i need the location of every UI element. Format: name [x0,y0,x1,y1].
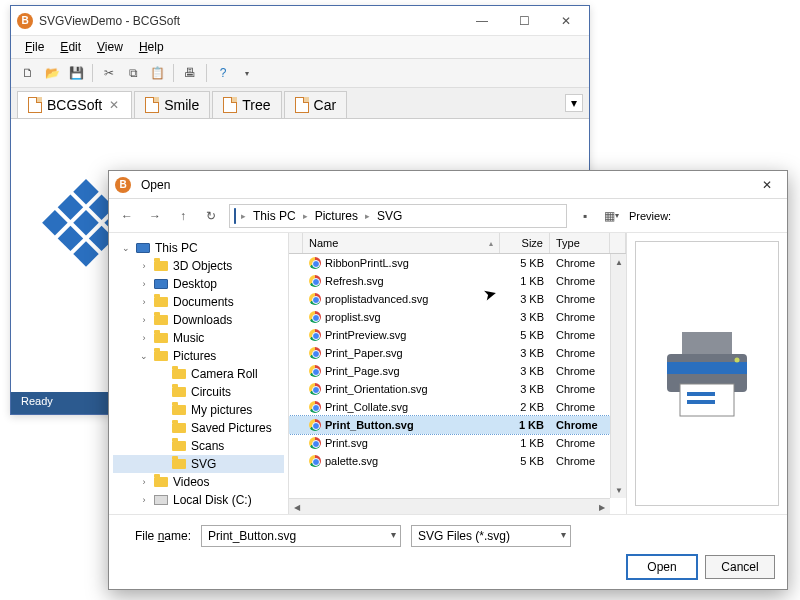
tree-item-circuits[interactable]: Circuits [113,383,284,401]
chrome-icon [309,455,321,467]
folder-icon [171,457,187,471]
new-icon[interactable]: 🗋 [17,62,39,84]
file-name: Print.svg [325,437,368,449]
tree-item-my-pictures[interactable]: My pictures [113,401,284,419]
tree-item-3d-objects[interactable]: ›3D Objects [113,257,284,275]
tab-overflow-button[interactable]: ▾ [565,94,583,112]
file-row[interactable]: PrintPreview.svg5 KBChrome [289,326,626,344]
nav-back-icon[interactable]: ← [117,206,137,226]
tree-toggle-icon[interactable]: › [139,333,149,343]
dropdown-icon[interactable]: ▾ [236,62,258,84]
nav-refresh-icon[interactable]: ↻ [201,206,221,226]
scroll-up-icon[interactable]: ▲ [611,254,626,270]
file-row[interactable]: Print_Orientation.svg3 KBChrome [289,380,626,398]
tree-item-pictures[interactable]: ⌄Pictures [113,347,284,365]
breadcrumb-item[interactable]: This PC [251,209,298,223]
tree-item-svg[interactable]: SVG [113,455,284,473]
filename-combo[interactable]: Print_Button.svg [201,525,401,547]
dialog-close-button[interactable]: ✕ [753,178,781,192]
menu-edit[interactable]: Edit [54,38,87,56]
help-icon[interactable]: ? [212,62,234,84]
tab-close-icon[interactable]: ✕ [107,98,121,112]
tab-car[interactable]: Car [284,91,348,118]
filter-combo[interactable]: SVG Files (*.svg) [411,525,571,547]
svg-point-15 [735,357,740,362]
maximize-button[interactable]: ☐ [507,9,541,33]
menu-view[interactable]: View [91,38,129,56]
tree-toggle-icon[interactable]: › [139,315,149,325]
chrome-icon [309,329,321,341]
tree-toggle-icon[interactable]: ⌄ [139,351,149,361]
tree-toggle-icon[interactable]: › [139,279,149,289]
tree-toggle-icon[interactable]: › [139,261,149,271]
nav-forward-icon[interactable]: → [145,206,165,226]
tree-item-this-pc[interactable]: ⌄This PC [113,239,284,257]
cut-icon[interactable]: ✂ [98,62,120,84]
minimize-button[interactable]: — [465,9,499,33]
tree-item-music[interactable]: ›Music [113,329,284,347]
file-row[interactable]: Print_Paper.svg3 KBChrome [289,344,626,362]
open-button[interactable]: Open [627,555,697,579]
tab-bcgsoft[interactable]: BCGSoft✕ [17,91,132,118]
tree-item-camera-roll[interactable]: Camera Roll [113,365,284,383]
file-row[interactable]: proplist.svg3 KBChrome [289,308,626,326]
folder-icon [153,259,169,273]
tree-item-saved-pictures[interactable]: Saved Pictures [113,419,284,437]
tree-label: Scans [191,439,224,453]
nav-up-icon[interactable]: ↑ [173,206,193,226]
column-size[interactable]: Size [500,233,550,253]
breadcrumb[interactable]: ▸ This PC ▸ Pictures ▸ SVG [229,204,567,228]
vertical-scrollbar[interactable]: ▲ ▼ [610,254,626,498]
tab-tree[interactable]: Tree [212,91,281,118]
cancel-button[interactable]: Cancel [705,555,775,579]
column-name[interactable]: Name ▴ [303,233,500,253]
tree-toggle-icon[interactable]: › [139,477,149,487]
dialog-navbar: ← → ↑ ↻ ▸ This PC ▸ Pictures ▸ SVG ▪ ▦▾ … [109,199,787,233]
scroll-right-icon[interactable]: ▶ [594,499,610,514]
file-name: Print_Paper.svg [325,347,403,359]
file-type: Chrome [550,383,610,395]
close-button[interactable]: ✕ [549,9,583,33]
tree-toggle-icon[interactable]: ⌄ [121,243,131,253]
file-row[interactable]: proplistadvanced.svg3 KBChrome [289,290,626,308]
file-row[interactable]: Print.svg1 KBChrome [289,434,626,452]
print-icon[interactable]: 🖶 [179,62,201,84]
menu-help[interactable]: Help [133,38,170,56]
menu-file[interactable]: File [19,38,50,56]
breadcrumb-item[interactable]: SVG [375,209,404,223]
tree-item-desktop[interactable]: ›Desktop [113,275,284,293]
file-row[interactable]: palette.svg5 KBChrome [289,452,626,470]
file-row[interactable]: Refresh.svg1 KBChrome [289,272,626,290]
tree-toggle-icon[interactable]: › [139,297,149,307]
scroll-left-icon[interactable]: ◀ [289,499,305,514]
paste-icon[interactable]: 📋 [146,62,168,84]
column-type[interactable]: Type [550,233,610,253]
filename-label: File name: [121,529,191,543]
copy-icon[interactable]: ⧉ [122,62,144,84]
breadcrumb-item[interactable]: Pictures [313,209,360,223]
svg-rect-6 [42,210,67,235]
tree-item-scans[interactable]: Scans [113,437,284,455]
svg-rect-11 [667,362,747,374]
view-list-icon[interactable]: ▦▾ [601,206,621,226]
file-row[interactable]: Print_Button.svg1 KBChrome [289,416,626,434]
tree-label: Saved Pictures [191,421,272,435]
document-icon [145,97,159,113]
file-row[interactable]: RibbonPrintL.svg5 KBChrome [289,254,626,272]
view-folder-icon[interactable]: ▪ [575,206,595,226]
tree-item-videos[interactable]: ›Videos [113,473,284,491]
tree-toggle-icon[interactable]: › [139,495,149,505]
scroll-down-icon[interactable]: ▼ [611,482,626,498]
tab-smile[interactable]: Smile [134,91,210,118]
tree-item-documents[interactable]: ›Documents [113,293,284,311]
save-icon[interactable]: 💾 [65,62,87,84]
horizontal-scrollbar[interactable]: ◀ ▶ [289,498,610,514]
folder-tree[interactable]: ⌄This PC›3D Objects›Desktop›Documents›Do… [109,233,289,514]
file-row[interactable]: Print_Page.svg3 KBChrome [289,362,626,380]
tree-item-downloads[interactable]: ›Downloads [113,311,284,329]
tree-item-local-disk-c-[interactable]: ›Local Disk (C:) [113,491,284,509]
open-icon[interactable]: 📂 [41,62,63,84]
file-row[interactable]: Print_Collate.svg2 KBChrome [289,398,626,416]
svg-rect-14 [687,400,715,404]
chevron-right-icon: ▸ [362,211,373,221]
